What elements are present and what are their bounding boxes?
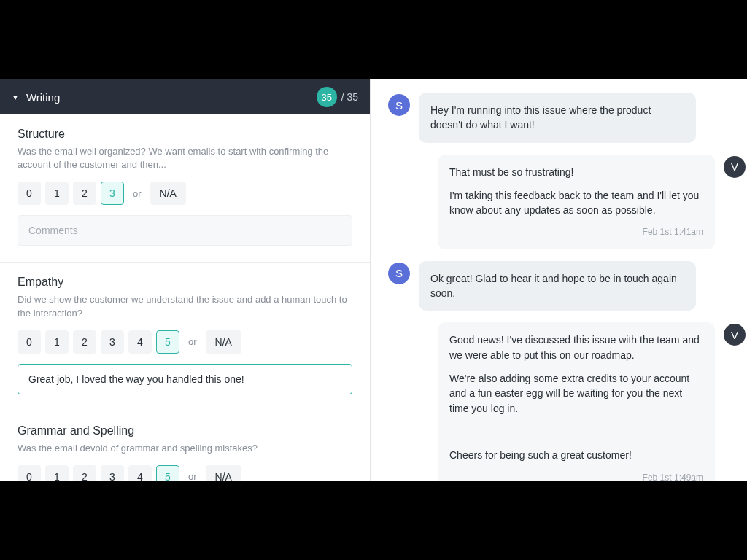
rating-button-2[interactable]: 2 <box>73 182 96 205</box>
rating-button-4[interactable]: 4 <box>128 330 152 354</box>
message-text: Cheers for being such a great customer! <box>449 448 703 462</box>
rating-button-na[interactable]: N/A <box>206 330 241 354</box>
message-row: SOk great! Glad to hear it and hope to b… <box>388 261 746 311</box>
section-title: Writing <box>26 91 317 104</box>
message-row: SHey I'm running into this issue where t… <box>388 93 746 143</box>
comments-input[interactable]: Great job, I loved the way you handled t… <box>18 364 352 394</box>
score-max: / 35 <box>341 91 358 103</box>
section-header-writing[interactable]: ▼ Writing 35 / 35 <box>0 79 370 114</box>
message-timestamp: Feb 1st 1:41am <box>449 226 703 238</box>
or-label: or <box>184 471 201 481</box>
message-text <box>449 424 703 439</box>
message-text: Hey I'm running into this issue where th… <box>430 103 684 133</box>
rating-button-1[interactable]: 1 <box>45 465 69 481</box>
question-description: Did we show the customer we understand t… <box>18 293 352 319</box>
rating-button-0[interactable]: 0 <box>18 182 41 205</box>
rating-button-3[interactable]: 3 <box>101 182 124 205</box>
score-badge: 35 <box>317 87 337 107</box>
customer-avatar: S <box>388 262 410 284</box>
or-label: or <box>128 188 146 199</box>
rating-button-5[interactable]: 5 <box>156 330 179 354</box>
rating-button-na[interactable]: N/A <box>206 465 241 481</box>
question-description: Was the email well organized? We want em… <box>18 145 352 171</box>
agent-avatar: V <box>724 156 746 178</box>
rating-button-5[interactable]: 5 <box>156 465 179 481</box>
message-text: We're also adding some extra credits to … <box>449 371 703 416</box>
customer-avatar: S <box>388 94 410 116</box>
rating-row: 0123orN/A <box>18 182 352 205</box>
message-row: VThat must be so frustrating!I'm taking … <box>388 155 746 249</box>
question-title: Grammar and Spelling <box>18 424 352 438</box>
message-bubble: Hey I'm running into this issue where th… <box>419 93 696 143</box>
message-bubble: Ok great! Glad to hear it and hope to be… <box>419 261 696 311</box>
conversation-panel: SHey I'm running into this issue where t… <box>371 79 747 481</box>
questions-list: StructureWas the email well organized? W… <box>0 114 370 481</box>
rating-button-0[interactable]: 0 <box>18 465 41 481</box>
message-text: Ok great! Glad to hear it and hope to be… <box>430 271 684 301</box>
chevron-down-icon: ▼ <box>12 93 19 101</box>
app-viewport: ▼ Writing 35 / 35 StructureWas the email… <box>0 79 747 481</box>
comments-input[interactable]: Comments <box>18 215 352 246</box>
question-description: Was the email devoid of grammar and spel… <box>18 442 352 455</box>
message-bubble: Good news! I've discussed this issue wit… <box>438 322 715 481</box>
scoring-panel: ▼ Writing 35 / 35 StructureWas the email… <box>0 79 371 481</box>
rating-button-na[interactable]: N/A <box>150 182 186 205</box>
question-block: EmpathyDid we show the customer we under… <box>0 262 370 411</box>
question-title: Empathy <box>18 276 352 289</box>
rating-button-3[interactable]: 3 <box>101 330 124 354</box>
question-title: Structure <box>18 128 352 141</box>
rating-button-1[interactable]: 1 <box>45 330 69 354</box>
message-bubble: That must be so frustrating!I'm taking t… <box>438 155 715 249</box>
message-row: VGood news! I've discussed this issue wi… <box>388 322 746 481</box>
rating-button-4[interactable]: 4 <box>128 465 152 481</box>
question-block: StructureWas the email well organized? W… <box>0 114 370 262</box>
message-timestamp: Feb 1st 1:49am <box>449 472 703 481</box>
rating-button-3[interactable]: 3 <box>101 465 124 481</box>
rating-button-2[interactable]: 2 <box>73 330 96 354</box>
rating-row: 012345orN/A <box>18 465 352 481</box>
rating-row: 012345orN/A <box>18 330 352 354</box>
rating-button-1[interactable]: 1 <box>45 182 69 205</box>
rating-button-2[interactable]: 2 <box>73 465 96 481</box>
agent-avatar: V <box>724 324 746 346</box>
message-text: I'm taking this feedback back to the tea… <box>449 188 703 218</box>
message-text: That must be so frustrating! <box>449 165 703 179</box>
message-text: Good news! I've discussed this issue wit… <box>449 332 703 362</box>
question-block: Grammar and SpellingWas the email devoid… <box>0 411 370 481</box>
rating-button-0[interactable]: 0 <box>18 330 41 354</box>
or-label: or <box>184 336 201 347</box>
